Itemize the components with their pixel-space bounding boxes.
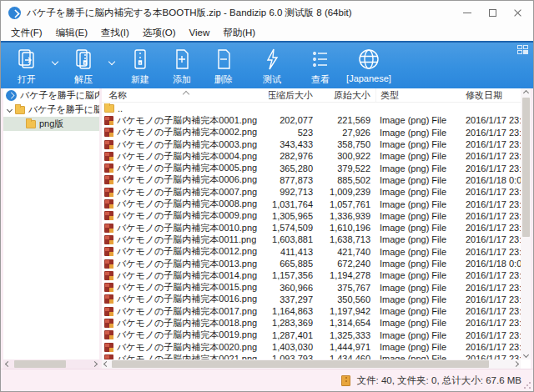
file-row[interactable]: バケモノの子脳内補完本0016.png 337,297 350,560 Imag…	[102, 294, 521, 305]
scroll-right-icon[interactable]	[511, 359, 521, 369]
minimize-button[interactable]	[455, 1, 480, 24]
row-modified-date: 2016/1/17 23:54:18	[456, 163, 521, 173]
toolbar-button-label: 打开	[18, 73, 36, 86]
file-row[interactable]: バケモノの子脳内補完本0011.png 1,603,881 1,638,713 …	[102, 234, 521, 245]
file-row[interactable]: バケモノの子脳内補完本0002.png 523 27,926 Image (pn…	[102, 127, 521, 138]
scroll-up-icon[interactable]	[521, 88, 531, 98]
row-original-size: 1,314,654	[317, 318, 375, 328]
file-row[interactable]: バケモノの子脳内補完本0010.png 1,574,509 1,610,196 …	[102, 222, 521, 234]
delete-button[interactable]: 删除	[203, 46, 244, 86]
scroll-right-icon[interactable]	[90, 359, 99, 369]
menu-view[interactable]: View	[183, 26, 217, 39]
file-row[interactable]: バケモノの子脳内補完本0005.png 365,280 379,522 Imag…	[102, 162, 521, 173]
close-button[interactable]	[505, 1, 530, 24]
row-name: バケモノの子脳内補完本0002.png	[117, 126, 257, 138]
row-compressed-size: 1,403,030	[269, 342, 317, 352]
list-horizontal-scrollbar[interactable]	[102, 359, 521, 369]
extract-button[interactable]: 解压	[63, 46, 104, 86]
row-compressed-size: 360,966	[269, 283, 317, 293]
file-row[interactable]: バケモノの子脳内補完本0020.png 1,403,030 1,444,971 …	[102, 341, 521, 353]
open-button[interactable]: 打开	[6, 46, 48, 86]
tree-item-png-folder[interactable]: png版	[3, 117, 99, 131]
file-row[interactable]: バケモノの子脳内補完本0019.png 1,287,401 1,325,333 …	[102, 329, 521, 341]
file-row[interactable]: バケモノの子脳内補完本0006.png 877,873 885,502 Imag…	[102, 174, 521, 186]
resize-grip[interactable]	[523, 381, 531, 389]
row-name: バケモノの子脳内補完本0019.png	[117, 329, 257, 341]
tree-expander-icon[interactable]	[5, 106, 13, 114]
file-row[interactable]: バケモノの子脳内補完本0015.png 360,966 375,767 Imag…	[102, 281, 521, 293]
column-header-compressed-size[interactable]: 压缩后大小	[269, 88, 317, 102]
column-header-modified[interactable]: 修改日期	[456, 88, 521, 102]
menu-file[interactable]: 文件(F)	[4, 25, 49, 41]
scrollbar-thumb[interactable]	[522, 98, 530, 237]
row-type: Image (png) File	[375, 318, 456, 328]
file-row[interactable]: バケモノの子脳内補完本0013.png 665,885 672,240 Imag…	[102, 258, 521, 269]
row-original-size: 350,560	[317, 294, 375, 304]
scroll-left-icon[interactable]	[3, 359, 13, 369]
file-row[interactable]: バケモノの子脳内補完本0001.png 202,077 221,569 Imag…	[102, 114, 521, 126]
file-row[interactable]: バケモノの子脳内補完本0018.png 1,283,369 1,314,654 …	[102, 317, 521, 329]
row-original-size: 1,194,278	[317, 270, 375, 280]
extract-dropdown[interactable]	[104, 48, 119, 76]
menu-help[interactable]: 帮助(H)	[216, 25, 262, 41]
row-name: バケモノの子脳内補完本0018.png	[117, 317, 257, 329]
file-row[interactable]: バケモノの子脳内補完本0012.png 411,413 421,740 Imag…	[102, 246, 521, 258]
file-row[interactable]: バケモノの子脳内補完本0017.png 1,164,863 1,197,942 …	[102, 305, 521, 317]
row-compressed-size: 1,031,764	[269, 199, 317, 209]
file-row[interactable]: バケモノの子脳内補完本0008.png 1,031,764 1,057,761 …	[102, 198, 521, 209]
titlebar: バケ子を勝手に脳内補完する本BOOTH版.zip - Bandizip 6.0 …	[1, 1, 533, 24]
test-archive-icon	[260, 48, 284, 71]
status-text: 文件: 40, 文件夹: 0, 总计大小: 67.6 MB	[357, 374, 521, 387]
row-modified-date: 2016/1/17 23:54:32	[456, 234, 521, 244]
row-name: バケモノの子脳内補完本0016.png	[117, 293, 257, 305]
row-compressed-size: 523	[269, 128, 317, 138]
file-row[interactable]: バケモノの子脳内補完本0014.png 1,157,356 1,194,278 …	[102, 269, 521, 281]
row-type: Image (png) File	[375, 223, 456, 233]
file-row[interactable]: バケモノの子脳内補完本0007.png 992,713 1,009,239 Im…	[102, 186, 521, 198]
scroll-left-icon[interactable]	[102, 359, 111, 369]
row-type: Image (png) File	[375, 139, 456, 149]
menu-edit[interactable]: 编辑(E)	[49, 25, 94, 41]
test-button[interactable]: 测试	[244, 46, 300, 86]
row-name: ..	[118, 103, 123, 113]
scrollbar-thumb[interactable]	[14, 360, 66, 368]
toolbar-layout-toggle-icon[interactable]	[517, 45, 529, 55]
file-row[interactable]: バケモノの子脳内補完本0004.png 282,976 300,922 Imag…	[102, 150, 521, 162]
column-header-original-size[interactable]: 原始大小	[317, 88, 375, 102]
row-modified-date: 2016/1/17 23:54:18	[456, 306, 521, 316]
column-header-type[interactable]: 类型	[375, 88, 456, 102]
parent-folder-row[interactable]: ..	[102, 103, 521, 114]
tree-horizontal-scrollbar[interactable]	[3, 359, 99, 369]
file-row[interactable]: バケモノの子脳内補完本0021.png 1,093,793 1,434,460 …	[102, 353, 521, 359]
row-modified-date: 2016/1/18 0:02:02	[456, 259, 521, 269]
png-file-icon	[104, 152, 113, 161]
row-original-size: 1,336,939	[317, 211, 375, 221]
menu-find[interactable]: 查找(I)	[94, 25, 136, 41]
tree-item-root-folder[interactable]: バケ子を勝手に脳内補	[3, 103, 99, 117]
row-name: バケモノの子脳内補完本0003.png	[117, 138, 257, 151]
codepage-button[interactable]: [Japanese]	[341, 46, 396, 83]
delete-icon	[212, 48, 235, 71]
window-controls	[455, 1, 530, 24]
row-modified-date: 2016/1/17 23:54:14	[456, 139, 521, 149]
scrollbar-thumb[interactable]	[112, 360, 489, 368]
row-original-size: 27,926	[317, 128, 375, 138]
archive-icon	[6, 90, 17, 101]
file-rows: .. バケモノの子脳内補完本0001.png 202,077 221,569 I…	[102, 103, 521, 359]
new-archive-button[interactable]: 新建	[119, 46, 161, 86]
file-row[interactable]: バケモノの子脳内補完本0003.png 343,433 358,750 Imag…	[102, 138, 521, 150]
maximize-button[interactable]	[480, 1, 505, 24]
png-file-icon	[104, 128, 113, 137]
row-original-size: 421,740	[317, 247, 375, 257]
row-compressed-size: 365,280	[269, 163, 317, 173]
file-row[interactable]: バケモノの子脳内補完本0009.png 1,305,965 1,336,939 …	[102, 210, 521, 222]
tree-item-archive-root[interactable]: バケ子を勝手に脳内補完	[3, 88, 99, 103]
add-files-button[interactable]: 添加	[161, 46, 203, 86]
row-original-size: 221,569	[317, 115, 375, 125]
list-vertical-scrollbar[interactable]	[521, 88, 531, 359]
view-button[interactable]: 查看	[300, 46, 341, 86]
open-dropdown[interactable]	[48, 48, 63, 76]
bandizip-window: バケ子を勝手に脳内補完する本BOOTH版.zip - Bandizip 6.0 …	[0, 0, 534, 392]
menu-options[interactable]: 选项(O)	[136, 25, 183, 41]
scroll-down-icon[interactable]	[521, 350, 531, 359]
